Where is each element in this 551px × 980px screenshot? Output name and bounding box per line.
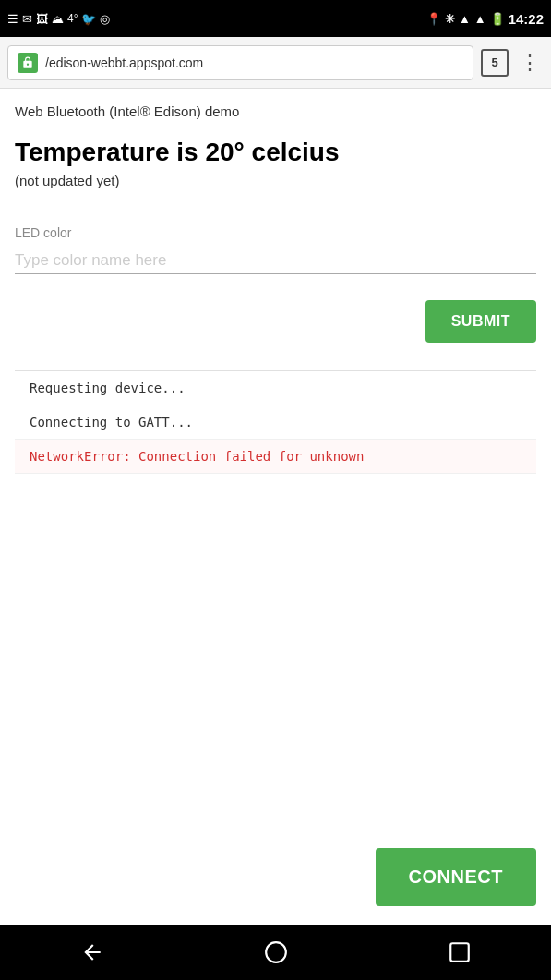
image-icon: 🖼 xyxy=(36,12,48,26)
submit-row: SUBMIT xyxy=(15,300,536,343)
temperature-heading: Temperature is 20° celcius xyxy=(15,138,536,167)
home-button[interactable] xyxy=(264,940,288,964)
back-icon xyxy=(80,940,104,964)
address-text: /edison-webbt.appspot.com xyxy=(45,55,463,70)
lock-icon xyxy=(18,53,38,73)
svg-point-0 xyxy=(266,942,286,962)
address-input-wrap[interactable]: /edison-webbt.appspot.com xyxy=(7,45,473,80)
location-icon: 📍 xyxy=(426,12,441,26)
led-color-input[interactable] xyxy=(15,248,536,274)
page-title: Web Bluetooth (Intel® Edison) demo xyxy=(15,103,536,119)
doc-icon: ☰ xyxy=(7,12,18,26)
svg-rect-1 xyxy=(450,943,469,962)
recents-button[interactable] xyxy=(448,940,472,964)
connect-area: CONNECT xyxy=(0,829,551,925)
recents-icon xyxy=(448,940,472,964)
home-circle-icon xyxy=(264,940,288,964)
status-bar: ☰ ✉ 🖼 ⛰ 4° 🐦 ◎ 📍 ✳ ▲ ▲ 🔋 14:22 xyxy=(0,0,551,37)
twitter-icon: 🐦 xyxy=(81,12,96,26)
log-line-1: Requesting device... xyxy=(15,371,536,405)
email-icon: ✉ xyxy=(22,12,32,26)
tab-count-button[interactable]: 5 xyxy=(481,49,509,77)
bottom-nav xyxy=(0,925,551,980)
bluetooth-icon: ✳ xyxy=(445,12,455,26)
led-label: LED color xyxy=(15,225,536,240)
battery-icon: 🔋 xyxy=(490,12,505,26)
status-bar-left: ☰ ✉ 🖼 ⛰ 4° 🐦 ◎ xyxy=(7,12,110,26)
submit-button[interactable]: SUBMIT xyxy=(425,300,536,343)
status-time: 14:22 xyxy=(509,11,544,27)
log-line-2: Connecting to GATT... xyxy=(15,405,536,440)
address-bar: /edison-webbt.appspot.com 5 ⋮ xyxy=(0,37,551,89)
led-section: LED color xyxy=(15,225,536,274)
chrome-icon: ◎ xyxy=(100,12,110,26)
more-button[interactable]: ⋮ xyxy=(516,51,544,75)
temp-icon: 4° xyxy=(67,12,78,25)
log-line-3-error: NetworkError: Connection failed for unkn… xyxy=(15,440,536,474)
back-button[interactable] xyxy=(80,940,104,964)
log-area: Requesting device... Connecting to GATT.… xyxy=(15,370,536,829)
connect-button[interactable]: CONNECT xyxy=(376,848,536,906)
signal-icon: ▲ xyxy=(474,12,486,26)
status-bar-right: 📍 ✳ ▲ ▲ 🔋 14:22 xyxy=(426,11,544,27)
not-updated-text: (not updated yet) xyxy=(15,173,536,188)
wifi-icon: ▲ xyxy=(459,12,471,26)
main-content: Web Bluetooth (Intel® Edison) demo Tempe… xyxy=(0,89,551,829)
mountain-icon: ⛰ xyxy=(52,12,64,26)
